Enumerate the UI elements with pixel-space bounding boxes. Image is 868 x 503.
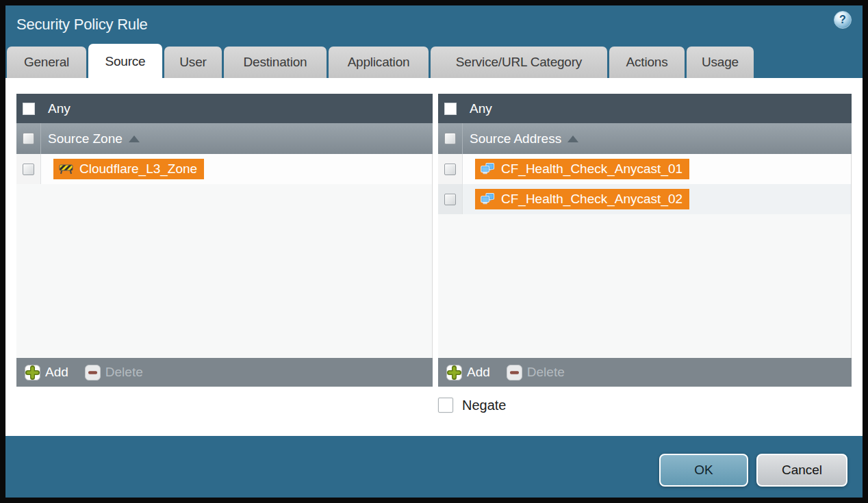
tab-content-source: Any Source Zone <box>5 78 863 436</box>
source-zone-toolbar: Add Delete <box>16 358 433 387</box>
address-icon <box>481 163 495 175</box>
tab-bar: General Source User Destination Applicat… <box>7 44 754 78</box>
source-zone-list: Cloudflare_L3_Zone <box>16 154 433 358</box>
tab-source[interactable]: Source <box>88 44 162 79</box>
source-address-add-button[interactable]: Add <box>446 365 490 381</box>
source-address-item[interactable]: CF_Health_Check_Anycast_02 <box>475 189 689 209</box>
row-checkbox[interactable] <box>23 164 34 175</box>
help-icon[interactable]: ? <box>834 11 852 29</box>
zone-icon <box>59 164 73 175</box>
source-zone-item-label: Cloudflare_L3_Zone <box>79 162 197 177</box>
row-checkbox[interactable] <box>444 194 456 205</box>
add-button-label: Add <box>45 365 68 380</box>
table-row: CF_Health_Check_Anycast_01 <box>438 154 851 184</box>
source-zone-item[interactable]: Cloudflare_L3_Zone <box>53 159 204 179</box>
source-address-item-label: CF_Health_Check_Anycast_01 <box>501 162 682 177</box>
tab-user[interactable]: User <box>164 47 222 78</box>
source-address-column-header[interactable]: Source Address <box>438 123 852 154</box>
tab-usage[interactable]: Usage <box>687 47 754 78</box>
sort-ascending-icon <box>129 136 140 142</box>
source-zone-delete-button[interactable]: Delete <box>85 365 143 381</box>
sort-ascending-icon <box>567 136 578 142</box>
source-zone-any-bar: Any <box>16 94 433 123</box>
source-address-item[interactable]: CF_Health_Check_Anycast_01 <box>475 159 689 179</box>
tab-general[interactable]: General <box>7 47 86 78</box>
negate-label: Negate <box>462 398 507 413</box>
delete-minus-icon <box>85 365 101 381</box>
add-plus-icon <box>25 365 40 381</box>
source-zone-any-checkbox[interactable] <box>23 103 35 115</box>
source-address-item-label: CF_Health_Check_Anycast_02 <box>501 192 682 207</box>
negate-row: Negate <box>438 396 507 414</box>
add-button-label: Add <box>467 365 490 380</box>
table-row: Cloudflare_L3_Zone <box>16 154 432 184</box>
source-zone-column-header[interactable]: Source Zone <box>16 123 433 154</box>
delete-minus-icon <box>507 365 522 381</box>
source-address-toolbar: Add Delete <box>438 358 852 387</box>
dialog-titlebar: Security Policy Rule ? <box>5 5 863 47</box>
source-zone-any-label: Any <box>48 101 71 116</box>
source-zone-select-all-checkbox[interactable] <box>23 133 34 144</box>
row-checkbox[interactable] <box>444 164 456 175</box>
tab-actions[interactable]: Actions <box>609 47 685 78</box>
source-address-column-title: Source Address <box>470 131 561 146</box>
source-zone-add-button[interactable]: Add <box>25 365 68 381</box>
source-zone-column-title: Source Zone <box>48 131 123 146</box>
source-address-any-checkbox[interactable] <box>444 103 457 115</box>
source-zone-panel: Any Source Zone <box>16 94 433 387</box>
source-address-list: CF_Health_Check_Anycast_01 <box>438 154 852 358</box>
cancel-button[interactable]: Cancel <box>756 454 847 487</box>
negate-checkbox[interactable] <box>438 398 453 413</box>
address-icon <box>481 193 495 205</box>
delete-button-label: Delete <box>527 365 565 380</box>
ok-button[interactable]: OK <box>659 454 748 487</box>
source-address-any-bar: Any <box>438 94 852 123</box>
dialog-title: Security Policy Rule <box>16 16 148 34</box>
security-policy-rule-dialog: Security Policy Rule ? General Source Us… <box>5 5 863 498</box>
tab-application[interactable]: Application <box>329 47 429 78</box>
add-plus-icon <box>446 365 462 381</box>
source-address-any-label: Any <box>470 101 492 116</box>
tab-destination[interactable]: Destination <box>224 47 327 78</box>
source-address-panel: Any Source Address <box>438 94 852 387</box>
tab-service-url-category[interactable]: Service/URL Category <box>431 47 607 78</box>
source-address-select-all-checkbox[interactable] <box>444 133 456 144</box>
source-address-delete-button[interactable]: Delete <box>507 365 565 381</box>
table-row: CF_Health_Check_Anycast_02 <box>438 184 851 214</box>
delete-button-label: Delete <box>105 365 143 380</box>
